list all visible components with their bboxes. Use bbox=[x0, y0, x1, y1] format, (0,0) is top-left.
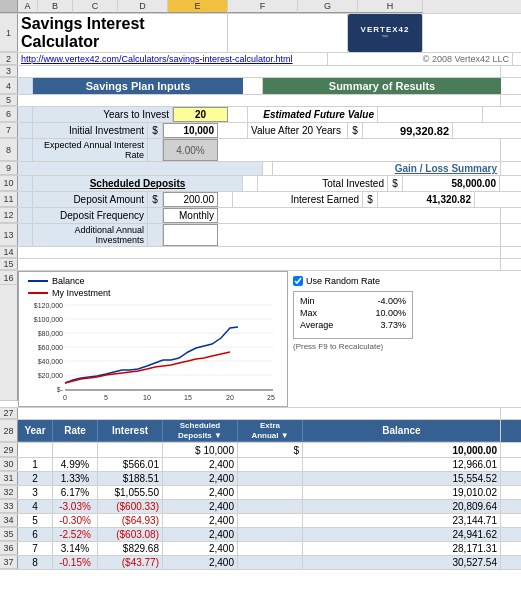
svg-text:$80,000: $80,000 bbox=[38, 330, 63, 337]
th-sched: ScheduledDeposits ▼ bbox=[163, 420, 238, 442]
interest-dollar: $ bbox=[363, 192, 378, 207]
td-sched-8: 2,400 bbox=[163, 556, 238, 569]
td-year-6: 6 bbox=[18, 528, 53, 541]
row-num-8: 8 bbox=[0, 139, 18, 161]
annual-inv-value[interactable] bbox=[163, 224, 218, 246]
initial-value[interactable]: 10,000 bbox=[163, 123, 218, 138]
td-balance-3: 19,010.02 bbox=[303, 486, 501, 499]
td-rate-2: 1.33% bbox=[53, 472, 98, 485]
td-balance-5: 23,144.71 bbox=[303, 514, 501, 527]
row-num-3: 3 bbox=[0, 66, 18, 77]
chart-legend: Balance My Investment bbox=[28, 276, 283, 298]
svg-text:$100,000: $100,000 bbox=[34, 316, 63, 323]
r6-rhs bbox=[378, 107, 483, 122]
row-num-16: 16 bbox=[0, 271, 18, 285]
col-header-g: G bbox=[298, 0, 358, 13]
td-sched-5: 2,400 bbox=[163, 514, 238, 527]
deposit-value[interactable]: 200.00 bbox=[163, 192, 218, 207]
row-num-13: 13 bbox=[0, 224, 18, 246]
td-sched-4: 2,400 bbox=[163, 500, 238, 513]
td-year-4: 4 bbox=[18, 500, 53, 513]
rate-min-value: -4.00% bbox=[377, 296, 406, 306]
logo-sub: ™ bbox=[382, 34, 389, 41]
td-rate-4: -3.03% bbox=[53, 500, 98, 513]
rate-max-value: 10.00% bbox=[375, 308, 406, 318]
td-interest-4: ($600.33) bbox=[98, 500, 163, 513]
td-rate-6: -2.52% bbox=[53, 528, 98, 541]
row-num-15: 15 bbox=[0, 259, 18, 270]
summary-section-header: Summary of Results bbox=[263, 78, 501, 94]
col-header-c: C bbox=[73, 0, 118, 13]
row-num-28: 28 bbox=[0, 420, 18, 442]
svg-text:25: 25 bbox=[267, 394, 275, 400]
url-cell[interactable]: http://www.vertex42.com/Calculators/savi… bbox=[18, 53, 328, 65]
td-rate-3: 6.17% bbox=[53, 486, 98, 499]
td-interest-8: ($43.77) bbox=[98, 556, 163, 569]
td-extra-init: $ bbox=[238, 443, 303, 457]
r14-empty bbox=[18, 247, 501, 258]
random-rate-checkbox-row[interactable]: Use Random Rate bbox=[293, 276, 488, 286]
rate-min-label: Min bbox=[300, 296, 315, 306]
row5-empty bbox=[18, 95, 501, 106]
td-extra-5 bbox=[238, 514, 303, 527]
row-num-35: 35 bbox=[0, 528, 18, 541]
interest-label: Expected Annual Interest Rate bbox=[33, 139, 148, 161]
td-year-7: 7 bbox=[18, 542, 53, 555]
corner-cell bbox=[0, 0, 18, 13]
row-num-11: 11 bbox=[0, 192, 18, 207]
initial-dollar: $ bbox=[148, 123, 163, 138]
r15-empty bbox=[18, 259, 501, 270]
svg-text:$120,000: $120,000 bbox=[34, 302, 63, 309]
td-sched-1: 2,400 bbox=[163, 458, 238, 471]
gain-loss-header: Gain / Loss Summary bbox=[273, 162, 501, 175]
r12-a bbox=[18, 208, 33, 223]
r12-rhs bbox=[218, 208, 501, 223]
deposit-dollar: $ bbox=[148, 192, 163, 207]
r13-a bbox=[18, 224, 33, 246]
row-num-12: 12 bbox=[0, 208, 18, 223]
deposit-amount-label: Deposit Amount bbox=[33, 192, 148, 207]
r4-a bbox=[18, 78, 33, 94]
rate-max-label: Max bbox=[300, 308, 317, 318]
td-balance-init: 10,000.00 bbox=[303, 443, 501, 457]
r6-gap bbox=[228, 107, 248, 122]
r11-a bbox=[18, 192, 33, 207]
row-num-6: 6 bbox=[0, 107, 18, 122]
row-num-29: 29 bbox=[0, 443, 18, 457]
col-header-e: E bbox=[168, 0, 228, 13]
svg-text:$40,000: $40,000 bbox=[38, 358, 63, 365]
row-num-14: 14 bbox=[0, 247, 18, 258]
row-num-31: 31 bbox=[0, 472, 18, 485]
r8-rhs bbox=[218, 139, 501, 161]
td-year-8: 8 bbox=[18, 556, 53, 569]
rate-max-row: Max 10.00% bbox=[300, 308, 406, 318]
td-interest-init bbox=[98, 443, 163, 457]
td-sched-3: 2,400 bbox=[163, 486, 238, 499]
value-after-label: Value After 20 Years bbox=[248, 123, 348, 138]
r6-a bbox=[18, 107, 33, 122]
legend-investment: My Investment bbox=[28, 288, 283, 298]
td-balance-8: 30,527.54 bbox=[303, 556, 501, 569]
row3-empty bbox=[18, 66, 501, 77]
row-num-4: 4 bbox=[0, 78, 18, 94]
annual-inv-label: Additional Annual Investments bbox=[33, 224, 148, 246]
chart-area: Balance My Investment $120,000 $100,000 … bbox=[18, 271, 288, 407]
td-interest-2: $188.51 bbox=[98, 472, 163, 485]
deposit-freq-value[interactable]: Monthly bbox=[163, 208, 218, 223]
random-rate-checkbox[interactable] bbox=[293, 276, 303, 286]
td-extra-4 bbox=[238, 500, 303, 513]
logo-text: VERTEX42 bbox=[361, 25, 410, 34]
row-num-30: 30 bbox=[0, 458, 18, 471]
initial-label: Initial Investment bbox=[33, 123, 148, 138]
r13-spacer bbox=[148, 224, 163, 246]
td-rate-1: 4.99% bbox=[53, 458, 98, 471]
col-header-h: H bbox=[358, 0, 423, 13]
td-rate-5: -0.30% bbox=[53, 514, 98, 527]
td-balance-2: 15,554.52 bbox=[303, 472, 501, 485]
row-num-37: 37 bbox=[0, 556, 18, 569]
rate-min-row: Min -4.00% bbox=[300, 296, 406, 306]
svg-text:$60,000: $60,000 bbox=[38, 344, 63, 351]
spreadsheet: A B C D E F G H 1 Savings Interest Calcu… bbox=[0, 0, 521, 570]
years-value[interactable]: 20 bbox=[173, 107, 228, 122]
row-num-27: 27 bbox=[0, 408, 18, 419]
